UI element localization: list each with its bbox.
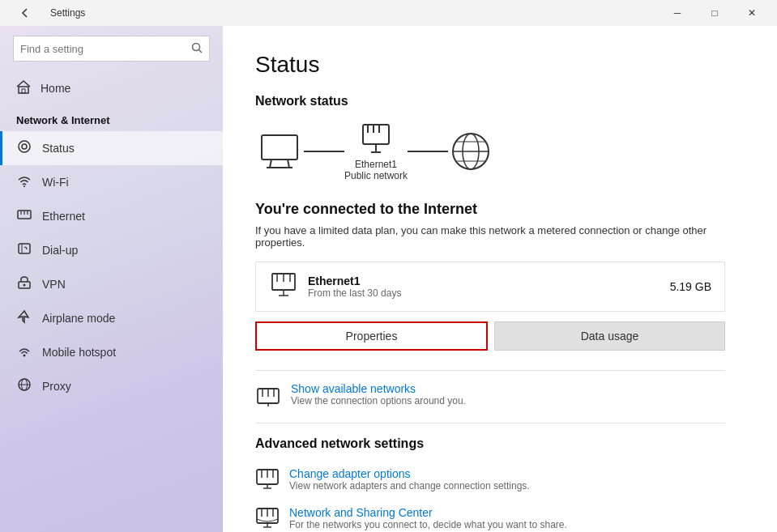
sidebar-item-wifi[interactable]: Wi-Fi (0, 165, 223, 199)
svg-rect-11 (19, 244, 30, 253)
adapter-label: Ethernet1 Public network (344, 159, 408, 181)
ethernet-nav-icon (16, 207, 32, 225)
svg-point-0 (193, 43, 200, 50)
home-icon (16, 79, 31, 96)
svg-point-14 (23, 284, 26, 287)
sidebar-proxy-label: Proxy (42, 380, 71, 393)
hotspot-icon (16, 343, 32, 361)
globe-icon-group (448, 129, 493, 174)
show-networks-item[interactable]: Show available networks View the connect… (255, 374, 725, 419)
data-usage-button[interactable]: Data usage (494, 321, 725, 351)
ethernet-card-info: Ethernet1 From the last 30 days (308, 275, 401, 299)
sidebar-vpn-label: VPN (42, 278, 66, 291)
page-title: Status (255, 52, 745, 78)
wifi-icon (16, 173, 32, 191)
show-networks-text: Show available networks View the connect… (291, 382, 466, 406)
advanced-title: Advanced network settings (255, 436, 745, 451)
sidebar-airplane-label: Airplane mode (42, 312, 115, 325)
adv-item-0-title: Change adapter options (289, 467, 530, 480)
sidebar-item-status[interactable]: Status (0, 131, 223, 165)
sidebar-item-ethernet[interactable]: Ethernet (0, 199, 223, 233)
svg-line-1 (199, 49, 203, 53)
sidebar-item-home[interactable]: Home (0, 71, 223, 104)
search-box[interactable] (13, 36, 210, 62)
adapter-options-icon (255, 467, 280, 493)
sidebar-item-hotspot[interactable]: Mobile hotspot (0, 335, 223, 369)
network-status-title: Network status (255, 94, 745, 109)
network-diagram: Ethernet1 Public network (255, 121, 745, 181)
adv-item-1-desc: For the networks you connect to, decide … (289, 519, 567, 530)
proxy-icon (16, 377, 32, 395)
minimize-button[interactable]: ─ (659, 0, 696, 26)
show-networks-desc: View the connection options around you. (291, 395, 466, 406)
adapter-icon-group: Ethernet1 Public network (344, 121, 408, 181)
vpn-icon (16, 275, 32, 293)
sidebar-ethernet-label: Ethernet (42, 210, 85, 223)
networks-icon (255, 382, 281, 411)
svg-rect-2 (19, 87, 28, 93)
close-button[interactable]: ✕ (733, 0, 771, 26)
show-networks-title: Show available networks (291, 382, 466, 395)
titlebar-left: Settings (6, 0, 85, 26)
adv-item-1-title: Network and Sharing Center (289, 506, 567, 519)
svg-point-15 (23, 355, 26, 357)
properties-button[interactable]: Properties (255, 321, 488, 351)
computer-icon-group (255, 131, 304, 172)
search-icon (191, 42, 203, 56)
content-area: Status Network status (223, 26, 777, 532)
dialup-icon (16, 241, 32, 259)
svg-rect-23 (363, 125, 389, 144)
main-layout: Home Network & Internet Status Wi-Fi Eth… (0, 26, 777, 532)
sidebar-item-vpn[interactable]: VPN (0, 267, 223, 301)
sidebar-hotspot-label: Mobile hotspot (42, 346, 116, 359)
sidebar-item-dialup[interactable]: Dial-up (0, 233, 223, 267)
computer-icon (255, 131, 304, 172)
status-icon (16, 139, 32, 157)
ethernet-card-left: Ethernet1 From the last 30 days (269, 272, 401, 301)
sharing-center-icon (255, 506, 280, 532)
svg-point-5 (22, 144, 27, 149)
svg-line-21 (288, 160, 289, 168)
titlebar: Settings ─ □ ✕ (0, 0, 777, 26)
sidebar-section-title: Network & Internet (0, 104, 223, 131)
connected-title: You're connected to the Internet (255, 201, 745, 218)
sidebar-wifi-label: Wi-Fi (42, 176, 69, 189)
airplane-icon (16, 309, 32, 327)
adv-item-1-text: Network and Sharing Center For the netwo… (289, 506, 567, 530)
svg-point-4 (19, 141, 30, 152)
network-line-2 (408, 151, 448, 152)
sidebar-item-proxy[interactable]: Proxy (0, 369, 223, 403)
globe-icon (448, 129, 493, 174)
adapter-icon (356, 121, 395, 155)
advanced-item-1[interactable]: Network and Sharing Center For the netwo… (255, 500, 725, 532)
ethernet-card-sub: From the last 30 days (308, 287, 401, 299)
ethernet-card-size: 5.19 GB (670, 280, 711, 293)
titlebar-title: Settings (50, 7, 85, 19)
back-button[interactable] (6, 0, 44, 26)
advanced-item-0[interactable]: Change adapter options View network adap… (255, 461, 725, 500)
svg-point-6 (23, 185, 25, 187)
titlebar-controls: ─ □ ✕ (659, 0, 771, 26)
ethernet-card-icon (269, 272, 298, 301)
sidebar-status-label: Status (42, 142, 75, 155)
adv-item-0-desc: View network adapters and change connect… (289, 480, 530, 492)
divider-1 (255, 370, 725, 371)
connected-desc: If you have a limited data plan, you can… (255, 224, 725, 249)
maximize-button[interactable]: □ (696, 0, 733, 26)
ethernet-card: Ethernet1 From the last 30 days 5.19 GB (255, 262, 725, 312)
sidebar-item-airplane[interactable]: Airplane mode (0, 301, 223, 335)
divider-2 (255, 423, 725, 423)
svg-rect-19 (262, 135, 297, 160)
ethernet-card-name: Ethernet1 (308, 275, 401, 287)
sidebar: Home Network & Internet Status Wi-Fi Eth… (0, 26, 223, 532)
network-line-1 (304, 151, 344, 152)
sidebar-home-label: Home (41, 82, 70, 95)
sidebar-dialup-label: Dial-up (42, 244, 78, 257)
adv-item-0-text: Change adapter options View network adap… (289, 467, 530, 492)
action-buttons: Properties Data usage (255, 321, 725, 351)
svg-line-20 (270, 160, 271, 168)
search-input[interactable] (20, 43, 191, 55)
